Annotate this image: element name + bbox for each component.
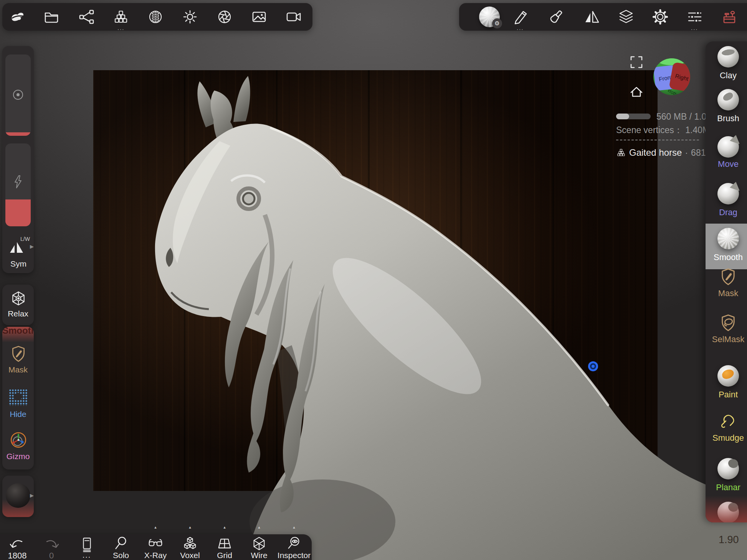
fullscreen-icon <box>629 55 644 69</box>
ghost-smooth-banner: Smooth <box>2 327 34 344</box>
scene-object-row[interactable]: Gaited horse · 681k <box>616 147 710 158</box>
scene-overflow-dots: ... <box>117 27 125 29</box>
solo-button[interactable] <box>112 535 129 552</box>
xray-expand-caret[interactable]: ▴ <box>154 525 157 530</box>
tool-planar[interactable]: Planar <box>706 458 747 492</box>
radius-slider[interactable] <box>5 54 31 136</box>
voxel-expand-caret[interactable]: ▴ <box>189 525 191 530</box>
stroke-pencil-button[interactable] <box>512 8 529 25</box>
wireframe-hex-icon <box>251 536 268 552</box>
material-sphere-panel[interactable]: ▶ <box>2 476 34 517</box>
app-logo-button[interactable] <box>9 8 26 25</box>
mask-button[interactable]: Mask <box>2 344 34 386</box>
history-overflow-dots: ... <box>83 551 91 560</box>
mirror-symmetry-icon <box>583 8 600 25</box>
planar-label: Planar <box>706 483 747 492</box>
topology-button[interactable] <box>147 8 164 25</box>
intensity-slider[interactable] <box>5 143 31 226</box>
symmetry-button[interactable] <box>583 8 600 25</box>
redo-icon <box>43 537 60 552</box>
wire-button[interactable] <box>251 535 268 552</box>
xray-button[interactable] <box>147 535 164 552</box>
grid-expand-caret[interactable]: ▴ <box>223 525 226 530</box>
app-window: Bottom Front Right 560 MB / 1.09 G Scene… <box>0 0 747 560</box>
wire-expand-caret[interactable]: ▴ <box>258 525 260 530</box>
lightning-icon <box>12 175 24 189</box>
smudge-label: Smudge <box>706 433 747 443</box>
scene-objects-icon <box>112 8 129 25</box>
home-view-button[interactable] <box>628 84 645 100</box>
home-icon <box>629 84 644 100</box>
memory-progressbar <box>616 114 651 119</box>
settings-button[interactable] <box>652 8 669 25</box>
lighting-button[interactable] <box>182 8 198 25</box>
toolbox-button[interactable] <box>721 8 738 25</box>
inspector-label: Inspector <box>278 551 311 560</box>
drag-sphere-icon <box>717 183 739 204</box>
object-name: Gaited horse <box>629 147 682 158</box>
xray-label: X-Ray <box>144 551 167 560</box>
voxel-button[interactable] <box>182 535 198 552</box>
planar-sphere-icon <box>717 458 739 479</box>
brush-sphere-icon <box>717 89 739 110</box>
pencil-overflow-dots: ... <box>517 27 524 29</box>
tool-smooth[interactable]: Smooth <box>706 228 747 262</box>
stats-divider <box>616 140 699 140</box>
smooth-sphere-icon <box>717 228 739 249</box>
tool-move[interactable]: Move <box>706 136 747 169</box>
files-button[interactable] <box>43 8 60 25</box>
tool-selmask[interactable]: SelMask <box>706 313 747 344</box>
move-label: Move <box>706 159 747 169</box>
brush-cursor-dot <box>588 361 598 371</box>
background-image-button[interactable] <box>251 8 268 25</box>
turntable-video-button[interactable] <box>285 8 302 25</box>
postprocess-button[interactable] <box>216 8 233 25</box>
interface-sliders-button[interactable] <box>686 8 703 25</box>
toolbox-icon <box>721 8 738 25</box>
paint-settings-button[interactable] <box>547 8 564 25</box>
mask-shield-icon <box>719 267 737 286</box>
grid-button[interactable] <box>216 535 233 552</box>
material-preview-sphere[interactable] <box>6 483 30 508</box>
pencil-icon <box>512 8 529 25</box>
gizmo-icon <box>10 431 27 449</box>
sym-button[interactable] <box>2 230 34 273</box>
voxel-cubes-icon <box>182 536 198 552</box>
xray-glasses-icon <box>147 536 164 552</box>
gizmo-label: Gizmo <box>7 452 30 461</box>
voxel-label: Voxel <box>180 551 200 560</box>
hide-button[interactable]: Hide <box>2 387 34 427</box>
fullscreen-button[interactable] <box>628 54 645 71</box>
material-settings-gear-icon[interactable]: ⚙ <box>492 18 502 28</box>
tool-mask[interactable]: Mask <box>706 267 747 298</box>
mask-label: Mask <box>8 365 28 374</box>
relax-button[interactable]: Relax <box>2 285 34 325</box>
tool-clay[interactable]: Clay <box>706 46 747 81</box>
zoom-level: 1.90 <box>719 534 739 546</box>
inspector-expand-caret[interactable]: ▴ <box>293 525 295 530</box>
folder-icon <box>43 8 60 25</box>
gizmo-button[interactable]: Gizmo <box>2 430 34 469</box>
tool-drag[interactable]: Drag <box>706 183 747 217</box>
intensity-slider-fill <box>5 199 31 226</box>
radius-slider-fill <box>5 132 31 136</box>
layers-button[interactable] <box>618 8 635 25</box>
selmask-label: SelMask <box>706 334 747 344</box>
orientation-sphere[interactable]: Bottom Front Right <box>653 58 690 95</box>
left-slider-panel: L/W ▶ Sym <box>2 46 34 273</box>
tool-paint[interactable]: Paint <box>706 365 747 400</box>
postprocess-aperture-icon <box>216 8 233 25</box>
paint-label: Paint <box>706 390 747 400</box>
export-share-button[interactable] <box>78 8 95 25</box>
tool-smudge[interactable]: Smudge <box>706 412 747 443</box>
scene-button[interactable] <box>112 8 129 25</box>
sliders-icon <box>686 8 703 25</box>
inspector-eye-icon <box>286 536 302 552</box>
hide-dotted-icon <box>9 389 27 406</box>
background-image-icon <box>251 8 268 25</box>
tool-brush[interactable]: Brush <box>706 89 747 124</box>
material-expand-caret[interactable]: ▶ <box>30 492 34 498</box>
light-sun-icon <box>182 8 198 25</box>
inspector-button[interactable] <box>286 535 302 552</box>
solo-label: Solo <box>113 551 129 560</box>
